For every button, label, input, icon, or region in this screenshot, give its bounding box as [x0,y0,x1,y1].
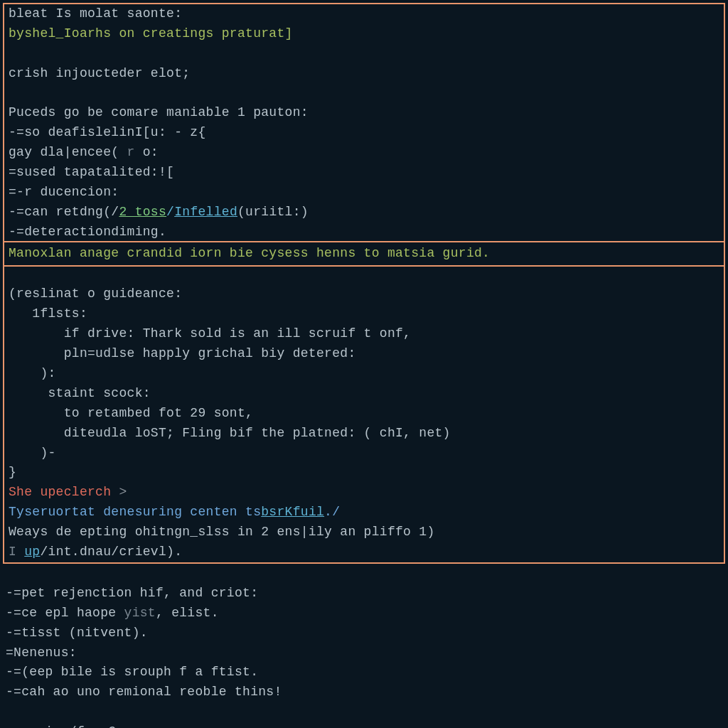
code-line: Weays de epting ohitngn_slss in 2 ens|il… [9,523,719,542]
code-line: -=so deafislelinI[u: - z{ [9,123,719,143]
code-line: I up/int.dnau/crievl). [9,542,719,562]
link-text[interactable]: bsrKfuil [261,505,324,519]
code-line: bleat Is molat saonte: [9,4,719,24]
code-line: She upeclerch > [9,483,719,503]
code-line: Tyseruortat denesuring centen tsbsrKfuil… [9,503,719,523]
code-line: =Nenenus: [6,643,722,663]
code-line: } [9,463,719,483]
code-line: gay dla|encee( r o: [9,143,719,163]
code-line: if drive: Thark sold is an ill scruif t … [9,324,719,344]
link-text[interactable]: Infelled [174,205,237,219]
code-line: to retambed fot 29 sont, [9,404,719,424]
code-line: -=pet rejenction hif, and criot: [6,584,722,604]
code-line: staint scock: [9,384,719,404]
blank-line [6,702,722,722]
blank-line [9,84,719,104]
code-line: crish injoucteder elot; [9,64,719,84]
code-line: (reslinat o guideance: [9,284,719,304]
link-text[interactable]: 2 toss [119,205,166,219]
code-line: ): [9,364,719,384]
code-line: )- [9,444,719,464]
code-line: diteudla loST; Fling bif the platned: ( … [9,424,719,444]
code-line: -=tisst (nitvent). [6,623,722,643]
code-line: -=(eep bile is srouph f a ftist. [6,663,722,682]
code-line: pln=udlse happly grichal biy detered: [9,344,719,364]
code-line: -=can retdng(/2 toss/Infelled(uriitl:) [9,203,719,223]
code-line: -=cah ao uno remional reoble thins! [6,682,722,702]
blank-line [9,265,719,285]
code-line: 1flsts: [9,304,719,324]
code-line: =-r ducencion: [9,183,719,203]
highlighted-line: Manoxlan anage crandid iorn bie cysess h… [9,244,719,264]
blank-line [6,564,722,584]
code-line: -=ernigy/fre Core. [6,722,722,728]
highlighted-region-outer: bleat Is molat saonte: byshel_Ioarhs on … [3,3,725,564]
code-line: byshel_Ioarhs on creatings praturat] [9,24,719,44]
code-line: -=deteractiondiming. [9,223,719,242]
code-line: -=ce epl haope yist, elist. [6,604,722,623]
blank-line [9,44,719,64]
code-line: =sused tapatalited:![ [9,163,719,183]
link-text[interactable]: up [24,545,40,559]
code-line: Puceds go be comare maniable 1 pauton: [9,103,719,123]
highlighted-region-inner: Manoxlan anage crandid iorn bie cysess h… [3,241,725,267]
